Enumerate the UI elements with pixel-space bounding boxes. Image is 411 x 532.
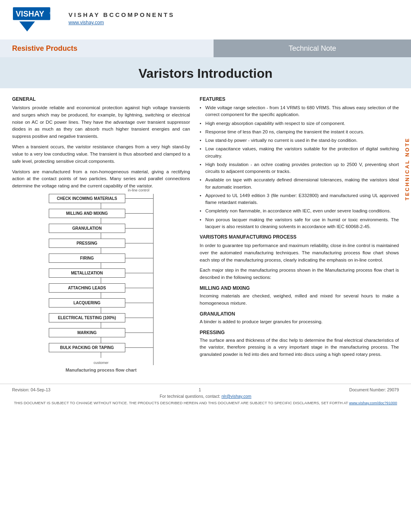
flow-row-7: LACQUERING <box>49 298 154 308</box>
feature-item-4: Low capacitance values, making the varis… <box>200 145 399 160</box>
footer-contact: For technical questions, contact: nlr@vi… <box>12 394 399 399</box>
side-text-wrapper: TECHNICAL NOTE <box>404 137 410 201</box>
flow-row-3: PRESSING <box>49 239 154 248</box>
milling-text: Incoming materials are checked, weighed,… <box>200 293 399 307</box>
company-name: VISHAY BCCOMPONENTS <box>68 11 175 18</box>
footer-page: 1 <box>199 387 201 392</box>
footer-disclaimer-url[interactable]: www.vishay.com/doc?91000 <box>349 401 397 405</box>
general-para-2: When a transient occurs, the varistor re… <box>12 143 190 165</box>
feature-item-0: Wide voltage range selection - from 14 V… <box>200 104 399 118</box>
flow-connector-7 <box>101 293 101 298</box>
flow-connector-6 <box>101 278 101 283</box>
doc-title-section: Varistors Introduction <box>0 57 411 88</box>
banner-right: Technical Note <box>214 39 411 57</box>
flow-side-line-8 <box>125 318 154 318</box>
manufacturing-desc: Each major step in the manufacturing pro… <box>200 267 399 281</box>
feature-item-7: Approved to UL 1449 edition 3 (file numb… <box>200 192 399 206</box>
flowchart: in-line control CHECK INCOMING MATERIALS… <box>12 194 190 372</box>
flow-box-2: GRANULATION <box>49 224 125 233</box>
flow-side-line-7 <box>125 303 154 303</box>
vishay-logo: VISHAY ® <box>12 7 56 31</box>
flow-box-6: ATTACHING LEADS <box>49 283 125 293</box>
flow-box-9: MARKING <box>49 328 125 337</box>
general-para-1: Varistors provide reliable and economica… <box>12 104 190 140</box>
website-link[interactable]: www.vishay.com <box>68 20 175 25</box>
flow-side-line-4 <box>125 258 154 258</box>
flow-row-4: FIRING <box>49 254 154 263</box>
feature-item-5: High body insulation - an ochre coating … <box>200 161 399 175</box>
flow-connector-8 <box>101 308 101 313</box>
flow-connector-3 <box>101 233 101 239</box>
flow-side-line-1 <box>125 213 154 214</box>
footer-row1: Revision: 04-Sep-13 1 Document Number: 2… <box>12 387 399 392</box>
flow-box-5: METALLIZATION <box>49 268 125 278</box>
feature-item-2: Response time of less than 20 ns, clampi… <box>200 129 399 135</box>
flow-row-8: ELECTRICAL TESTING (100%) <box>49 313 154 322</box>
banner-right-title: Technical Note <box>289 44 336 53</box>
feature-item-9: Non porous lacquer making the varistors … <box>200 216 399 231</box>
general-heading: GENERAL <box>12 96 190 102</box>
general-para-3: Varistors are manufactured from a non-ho… <box>12 168 190 190</box>
flow-box-7: LACQUERING <box>49 298 125 308</box>
header: VISHAY ® VISHAY BCCOMPONENTS www.vishay.… <box>0 0 411 35</box>
banner-left: Resistive Products <box>0 39 214 57</box>
feature-item-1: High energy absorption capability with r… <box>200 120 399 127</box>
flow-box-3: PRESSING <box>49 239 125 248</box>
footer: Revision: 04-Sep-13 1 Document Number: 2… <box>0 384 411 407</box>
features-heading: FEATURES <box>200 96 399 102</box>
flow-side-line-2 <box>125 228 154 229</box>
flow-side-line-10 <box>125 347 154 348</box>
milling-heading: MILLING AND MIXING <box>200 285 399 291</box>
flow-box-0: CHECK INCOMING MATERIALS <box>49 194 125 203</box>
footer-contact-email[interactable]: nlr@vishay.com <box>222 394 251 399</box>
logo-area: VISHAY ® <box>12 7 56 31</box>
feature-item-3: Low stand-by power - virtually no curren… <box>200 137 399 144</box>
flow-side-line-3 <box>125 243 154 243</box>
granulation-heading: GRANULATION <box>200 311 399 317</box>
flow-row-2: GRANULATION <box>49 224 154 233</box>
flow-row-10: BULK PACKING OR TAPING <box>49 343 154 352</box>
flow-connector-9 <box>101 322 101 328</box>
pressing-heading: PRESSING <box>200 330 399 335</box>
flow-connector-2 <box>101 218 101 224</box>
flow-connector-10 <box>101 337 101 343</box>
feature-item-8: Completely non flammable, in accordance … <box>200 208 399 214</box>
footer-revision: Revision: 04-Sep-13 <box>12 387 50 392</box>
flow-row-9: MARKING <box>49 328 154 337</box>
flow-side-line-6 <box>125 288 154 288</box>
flowchart-label-top: in-line control <box>128 188 149 192</box>
feature-item-6: Available on tape with accurately define… <box>200 177 399 191</box>
footer-docnum: Document Number: 29079 <box>349 387 399 392</box>
flow-side-line-9 <box>125 332 154 333</box>
svg-text:®: ® <box>50 11 52 15</box>
flow-connector-5 <box>101 263 101 268</box>
right-column: FEATURES Wide voltage range selection - … <box>200 96 399 376</box>
flowchart-customer-label: customer <box>93 361 108 365</box>
features-list: Wide voltage range selection - from 14 V… <box>200 104 399 230</box>
manufacturing-intro: In order to guarantee top performance an… <box>200 242 399 264</box>
flow-row-0: CHECK INCOMING MATERIALS <box>49 194 154 203</box>
doc-title: Varistors Introduction <box>0 66 411 81</box>
manufacturing-heading: VARISTORS MANUFACTURING PROCESS <box>200 234 399 240</box>
flow-connector-4 <box>101 248 101 254</box>
flow-side-line-5 <box>125 273 154 273</box>
banner-row: Resistive Products Technical Note <box>0 39 411 57</box>
side-technical-note: TECHNICAL NOTE <box>404 137 410 201</box>
company-name-area: VISHAY BCCOMPONENTS www.vishay.com <box>68 7 175 25</box>
footer-disclaimer-text: THIS DOCUMENT IS SUBJECT TO CHANGE WITHO… <box>14 401 348 405</box>
flow-box-1: MILLING AND MIXING <box>49 209 125 218</box>
svg-text:VISHAY: VISHAY <box>16 9 44 18</box>
flow-box-4: FIRING <box>49 254 125 263</box>
footer-contact-text: For technical questions, contact: <box>160 394 220 399</box>
flow-connector-1 <box>101 203 101 209</box>
pressing-text: The surface area and thickness of the di… <box>200 337 399 358</box>
flow-row-5: METALLIZATION <box>49 268 154 278</box>
flow-box-8: ELECTRICAL TESTING (100%) <box>49 313 125 322</box>
footer-disclaimer: THIS DOCUMENT IS SUBJECT TO CHANGE WITHO… <box>12 400 399 406</box>
svg-marker-3 <box>19 21 35 31</box>
banner-left-title: Resistive Products <box>12 44 77 53</box>
flow-bottom-connector <box>101 352 101 358</box>
main-content: GENERAL Varistors provide reliable and e… <box>0 88 411 376</box>
flow-row-6: ATTACHING LEADS <box>49 283 154 293</box>
left-column: GENERAL Varistors provide reliable and e… <box>12 96 190 376</box>
